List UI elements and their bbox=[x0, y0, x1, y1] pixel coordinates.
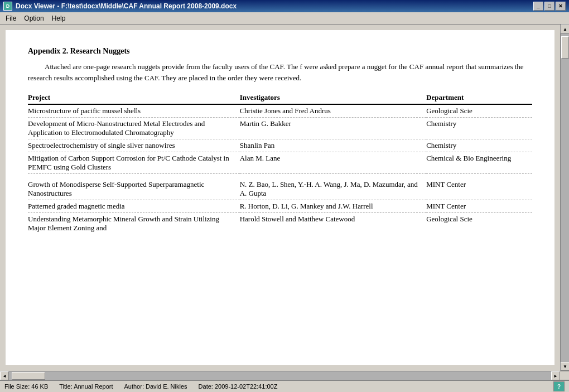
cell-department: Chemistry bbox=[426, 139, 532, 152]
cell-investigators: Martin G. Bakker bbox=[240, 118, 426, 139]
scrollbar-corner bbox=[560, 371, 569, 380]
cell-project: Microstructure of pacific mussel shells bbox=[28, 104, 240, 118]
title-bar-left: D Docx Viewer - F:\test\docx\Middle\CAF … bbox=[3, 2, 237, 11]
scroll-down-button[interactable]: ▼ bbox=[561, 362, 569, 371]
table-header-row: Project Investigators Department bbox=[28, 91, 532, 104]
main-area: Appendix 2. Research Nuggets Attached ar… bbox=[0, 25, 569, 371]
cell-department: Chemical & Bio Engineering bbox=[426, 152, 532, 174]
cell-investigators: Christie Jones and Fred Andrus bbox=[240, 104, 426, 118]
title-bar-controls: _ □ ✕ bbox=[533, 2, 566, 11]
doc-page: Appendix 2. Research Nuggets Attached ar… bbox=[6, 30, 554, 365]
cell-project: Spectroelectrochemistry of single silver… bbox=[28, 139, 240, 152]
scroll-up-button[interactable]: ▲ bbox=[561, 25, 569, 33]
table-row: Growth of Monodisperse Self-Supported Su… bbox=[28, 178, 532, 200]
scrollbar-horizontal-area: ◄ ► bbox=[0, 371, 569, 380]
table-row: Understanding Metamorphic Mineral Growth… bbox=[28, 212, 532, 234]
status-bar: File Size: 46 KB Title: Annual Report Au… bbox=[0, 380, 569, 392]
col-header-investigators: Investigators bbox=[240, 91, 426, 104]
status-filesize: File Size: 46 KB bbox=[4, 383, 48, 390]
title-bar: D Docx Viewer - F:\test\docx\Middle\CAF … bbox=[0, 0, 569, 12]
table-row: Microstructure of pacific mussel shells … bbox=[28, 104, 532, 118]
table-row-spacer bbox=[28, 174, 532, 178]
cell-department: MINT Center bbox=[426, 200, 532, 212]
doc-container: Appendix 2. Research Nuggets Attached ar… bbox=[0, 25, 569, 371]
cell-project: Development of Micro-Nanostructured Meta… bbox=[28, 118, 240, 139]
cell-project: Growth of Monodisperse Self-Supported Su… bbox=[28, 178, 240, 200]
close-button[interactable]: ✕ bbox=[556, 2, 566, 11]
menu-help[interactable]: Help bbox=[49, 13, 69, 23]
scrollbar-vertical: ▲ ▼ bbox=[560, 25, 569, 371]
doc-scroll: Appendix 2. Research Nuggets Attached ar… bbox=[0, 25, 560, 371]
scroll-thumb-horizontal[interactable] bbox=[12, 372, 45, 380]
cell-department: Chemistry bbox=[426, 118, 532, 139]
table-row: Development of Micro-Nanostructured Meta… bbox=[28, 118, 532, 139]
cell-project: Understanding Metamorphic Mineral Growth… bbox=[28, 212, 240, 234]
menu-file[interactable]: File bbox=[2, 13, 20, 23]
cell-investigators: N. Z. Bao, L. Shen, Y.-H. A. Wang, J. Ma… bbox=[240, 178, 426, 200]
menu-option[interactable]: Option bbox=[21, 13, 47, 23]
maximize-button[interactable]: □ bbox=[544, 2, 554, 11]
scroll-track-horizontal[interactable] bbox=[9, 371, 551, 380]
window-title: Docx Viewer - F:\test\docx\Middle\CAF An… bbox=[16, 2, 237, 10]
cell-project: Mitigation of Carbon Support Corrosion f… bbox=[28, 152, 240, 174]
table-row: Patterned graded magnetic media R. Horto… bbox=[28, 200, 532, 212]
scroll-right-button[interactable]: ► bbox=[551, 371, 560, 380]
doc-heading: Appendix 2. Research Nuggets bbox=[28, 47, 532, 56]
minimize-button[interactable]: _ bbox=[533, 2, 543, 11]
cell-department: Geological Scie bbox=[426, 212, 532, 234]
cell-department: MINT Center bbox=[426, 178, 532, 200]
app-icon: D bbox=[3, 2, 12, 11]
scroll-track-vertical[interactable] bbox=[561, 33, 569, 362]
col-header-department: Department bbox=[426, 91, 532, 104]
col-header-project: Project bbox=[28, 91, 240, 104]
doc-paragraph: Attached are one-page research nuggets p… bbox=[28, 61, 532, 83]
menu-bar: File Option Help bbox=[0, 12, 569, 25]
status-title: Title: Annual Report bbox=[59, 383, 113, 390]
table-row: Spectroelectrochemistry of single silver… bbox=[28, 139, 532, 152]
status-author: Author: David E. Nikles bbox=[124, 383, 187, 390]
status-date: Date: 2009-12-02T22:41:00Z bbox=[199, 383, 278, 390]
cell-investigators: Harold Stowell and Matthew Catewood bbox=[240, 212, 426, 234]
cell-department: Geological Scie bbox=[426, 104, 532, 118]
cell-investigators: Shanlin Pan bbox=[240, 139, 426, 152]
status-icon: ? bbox=[553, 381, 565, 391]
cell-project: Patterned graded magnetic media bbox=[28, 200, 240, 212]
table-row: Mitigation of Carbon Support Corrosion f… bbox=[28, 152, 532, 174]
cell-investigators: R. Horton, D. Li, G. Mankey and J.W. Har… bbox=[240, 200, 426, 212]
research-table: Project Investigators Department Microst… bbox=[28, 91, 532, 234]
scroll-left-button[interactable]: ◄ bbox=[0, 371, 9, 380]
cell-investigators: Alan M. Lane bbox=[240, 152, 426, 174]
scroll-thumb-vertical[interactable] bbox=[561, 36, 569, 59]
